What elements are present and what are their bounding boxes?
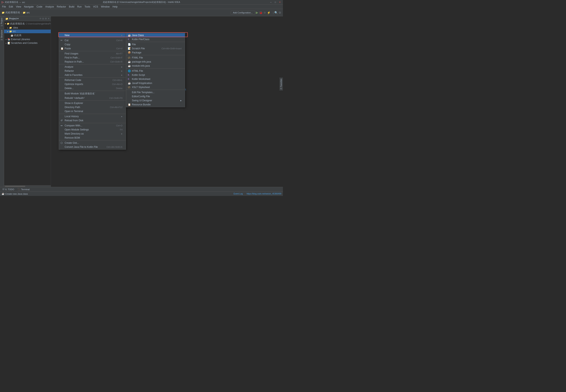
fxml-icon: ⟨/⟩	[128, 56, 130, 59]
ctx-show-explorer-label: Show in Explorer	[65, 102, 83, 105]
submenu-java-class[interactable]: ☕ Java Class	[126, 33, 185, 37]
submenu-package-info[interactable]: ☕ package-info.java	[126, 60, 185, 64]
menu-run[interactable]: Run	[76, 5, 83, 9]
project-scrollbar[interactable]	[4, 185, 51, 187]
project-scrollbar-thumb[interactable]	[5, 186, 25, 187]
ctx-remove-bom[interactable]: Remove BOM	[59, 136, 126, 140]
project-close-icon[interactable]: ✕	[48, 17, 50, 20]
menu-vcs[interactable]: VCS	[92, 5, 99, 9]
menu-refactor[interactable]: Refactor	[56, 5, 67, 9]
submenu-editorconfig[interactable]: EditorConfig File	[126, 94, 185, 98]
ctx-dir-path[interactable]: Directory Path Ctrl+Alt+F12	[59, 105, 126, 109]
maximize-button[interactable]: □	[274, 1, 277, 4]
menu-build[interactable]: Build	[68, 5, 76, 9]
module-info-icon: ☕	[128, 64, 131, 67]
add-configuration-button[interactable]: Add Configuration...	[231, 11, 255, 15]
submenu-file[interactable]: 📄 File	[126, 42, 185, 46]
event-log-button[interactable]: Event Log	[234, 193, 243, 195]
menu-edit[interactable]: Edit	[8, 5, 14, 9]
submenu-html[interactable]: 🌐 HTML File	[126, 69, 185, 73]
ctx-refactor[interactable]: Refactor ▸	[59, 69, 126, 73]
ctx-replace-in-path[interactable]: Replace in Path... Ctrl+Shift+R	[59, 60, 126, 64]
structure-tab[interactable]: 2: Structure	[0, 28, 4, 42]
project-sync-icon[interactable]: ⟳	[40, 17, 41, 20]
submenu-scratch-file[interactable]: 📝 Scratch File Ctrl+Alt+Shift+Insert	[126, 46, 185, 51]
profile-button[interactable]: ⚡	[267, 11, 270, 14]
minimize-button[interactable]: –	[269, 1, 272, 4]
ctx-compare-with-label: Compare With...	[65, 124, 82, 127]
tree-root[interactable]: ▾ 📁 此处填项目名 C:\Users\caizhengjie\IdeaProj…	[4, 22, 51, 26]
ctx-find-in-path[interactable]: Find in Path... Ctrl+Shift+F	[59, 56, 126, 60]
ctx-mark-dir[interactable]: Mark Directory as ▸	[59, 132, 126, 136]
submenu-javafx[interactable]: ☕ JavaFXApplication	[126, 81, 185, 85]
content-area: Search Everywhere Double Shift Drop file…	[51, 16, 283, 187]
submenu-edit-templates[interactable]: Edit File Templates...	[126, 90, 185, 94]
submenu-fxml[interactable]: ⟨/⟩ FXML File	[126, 56, 185, 60]
tree-external-libs[interactable]: ▸ 📚 External Libraries	[4, 38, 51, 41]
submenu-module-info[interactable]: ☕ module-info.java	[126, 64, 185, 68]
run-with-coverage-button[interactable]: ⛭	[263, 11, 266, 14]
root-expand-icon: ▾	[5, 22, 6, 25]
settings-button[interactable]: ⚙	[279, 11, 281, 14]
ctx-find-usages[interactable]: Find Usages Alt+F7	[59, 52, 126, 56]
project-settings-icon[interactable]: ⚙	[45, 17, 47, 20]
tree-default-file[interactable]: ☕ 此处填	[4, 33, 51, 38]
title-bar-left: ▷ 此处填项目名 – src	[2, 0, 25, 4]
ctx-copy[interactable]: Copy	[59, 42, 126, 46]
ctx-optimize-imports[interactable]: Optimize Imports Ctrl+Alt+O	[59, 82, 126, 86]
debug-button[interactable]: 🐞	[259, 11, 262, 14]
menu-code[interactable]: Code	[35, 5, 44, 9]
ctx-analyze[interactable]: Analyze ▸	[59, 65, 126, 69]
toolbar: 📁 此处填项目名 › 📁 src Add Configuration... ▶ …	[0, 9, 283, 16]
ctx-show-explorer[interactable]: Show in Explorer	[59, 101, 126, 105]
submenu-kotlin-script[interactable]: K Kotlin Script	[126, 73, 185, 77]
submenu-kotlin-worksheet[interactable]: K Kotlin Worksheet	[126, 77, 185, 81]
ctx-paste[interactable]: 📋 Paste Ctrl+V	[59, 46, 126, 51]
ctx-open-terminal[interactable]: Open in Terminal	[59, 109, 126, 113]
ctx-convert-kotlin[interactable]: Convert Java File to Kotlin File Ctrl+Al…	[59, 145, 126, 149]
ctx-add-favorites-arrow: ▸	[121, 74, 123, 76]
project-collapse-icon[interactable]: ⊟	[42, 17, 44, 20]
submenu-kotlin-file[interactable]: K Kotlin File/Class	[126, 37, 185, 41]
menu-window[interactable]: Window	[100, 5, 111, 9]
favorites-tab[interactable]: 2: Favorites	[279, 77, 283, 90]
menu-tools[interactable]: Tools	[83, 5, 92, 9]
sub-sep-3	[126, 68, 185, 69]
run-button[interactable]: ▶	[256, 11, 258, 14]
ctx-add-favorites[interactable]: Add to Favorites ▸	[59, 73, 126, 77]
ctx-mark-dir-arrow: ▸	[121, 132, 123, 135]
menu-navigate[interactable]: Navigate	[23, 5, 35, 9]
menu-analyze[interactable]: Analyze	[44, 5, 55, 9]
submenu-resource-bundle[interactable]: 📋 Resource Bundle	[126, 102, 185, 107]
project-tab[interactable]: 1: Project	[0, 16, 4, 28]
ctx-find-usages-label: Find Usages	[65, 52, 78, 55]
ctx-rebuild[interactable]: Rebuild '<default>' Ctrl+Shift+F9	[59, 96, 126, 100]
ctx-find-in-path-shortcut: Ctrl+Shift+F	[106, 56, 123, 59]
ctx-paste-shortcut: Ctrl+V	[112, 47, 123, 50]
ctx-delete[interactable]: Delete... Delete	[59, 86, 126, 90]
ctx-module-settings[interactable]: Open Module Settings F4	[59, 128, 126, 132]
submenu-xslt[interactable]: ⟨/⟩ XSLT Stylesheet	[126, 85, 185, 89]
tree-idea[interactable]: ▸ 📁 .idea	[4, 26, 51, 29]
search-everywhere-button[interactable]: 🔍	[274, 11, 278, 14]
ctx-cut[interactable]: ✂ Cut Ctrl+X	[59, 38, 126, 42]
ctx-compare-with[interactable]: ⇔ Compare With... Ctrl+D	[59, 124, 126, 128]
ctx-create-gist[interactable]: ⬡ Create Gist...	[59, 141, 126, 145]
ctx-build-module[interactable]: Build Module '此处填项目名'	[59, 91, 126, 96]
tree-scratch[interactable]: ▸ 📝 Scratches and Consoles	[4, 41, 51, 45]
menu-file[interactable]: File	[1, 5, 7, 9]
todo-tab[interactable]: ☑ 6: TODO	[1, 188, 16, 191]
submenu-resource-bundle-label: Resource Bundle	[132, 103, 151, 106]
ctx-new[interactable]: New ▸	[59, 33, 126, 37]
tree-src[interactable]: ▸ 📁 src	[4, 29, 51, 33]
ctx-local-history[interactable]: Local History ▸	[59, 114, 126, 118]
ctx-reload-disk[interactable]: ↺ Reload from Disk	[59, 118, 126, 123]
menu-view[interactable]: View	[15, 5, 22, 9]
menu-help[interactable]: Help	[111, 5, 119, 9]
submenu-package[interactable]: 📦 Package	[126, 51, 185, 55]
terminal-tab[interactable]: ⬛ Terminal	[16, 188, 31, 191]
submenu-swing-ui[interactable]: Swing UI Designer ▸	[126, 98, 185, 102]
ctx-convert-kotlin-shortcut: Ctrl+Alt+Shift+K	[102, 146, 123, 148]
ctx-reformat[interactable]: Reformat Code Ctrl+Alt+L	[59, 78, 126, 82]
close-button[interactable]: ✕	[278, 1, 281, 4]
